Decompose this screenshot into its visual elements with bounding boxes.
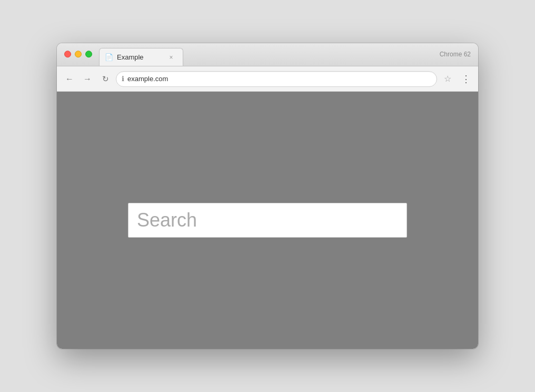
refresh-button[interactable]: ↻ <box>98 72 113 86</box>
back-button[interactable]: ← <box>62 72 77 86</box>
tab-close-button[interactable]: × <box>167 53 175 62</box>
bookmark-button[interactable]: ☆ <box>440 72 455 86</box>
tab-page-icon: 📄 <box>105 53 113 61</box>
forward-button[interactable]: → <box>80 72 95 86</box>
address-bar[interactable]: ℹ example.com <box>116 71 437 87</box>
tab-title: Example <box>117 53 163 61</box>
toolbar: ← → ↻ ℹ example.com ☆ ⋮ <box>57 66 478 92</box>
browser-window: 📄 Example × Chrome 62 ← → ↻ ℹ example.co… <box>57 43 478 349</box>
info-icon: ℹ <box>122 75 124 83</box>
active-tab[interactable]: 📄 Example × <box>99 48 183 66</box>
address-text: example.com <box>127 75 431 83</box>
chrome-version-label: Chrome 62 <box>440 50 471 57</box>
minimize-button[interactable] <box>75 51 82 57</box>
search-input[interactable] <box>128 203 407 238</box>
title-bar: 📄 Example × Chrome 62 <box>57 43 478 66</box>
tab-area: 📄 Example × <box>99 48 473 66</box>
menu-button[interactable]: ⋮ <box>458 72 473 86</box>
page-content <box>57 92 478 349</box>
traffic-lights <box>64 51 92 57</box>
maximize-button[interactable] <box>85 51 92 57</box>
close-button[interactable] <box>64 51 71 57</box>
